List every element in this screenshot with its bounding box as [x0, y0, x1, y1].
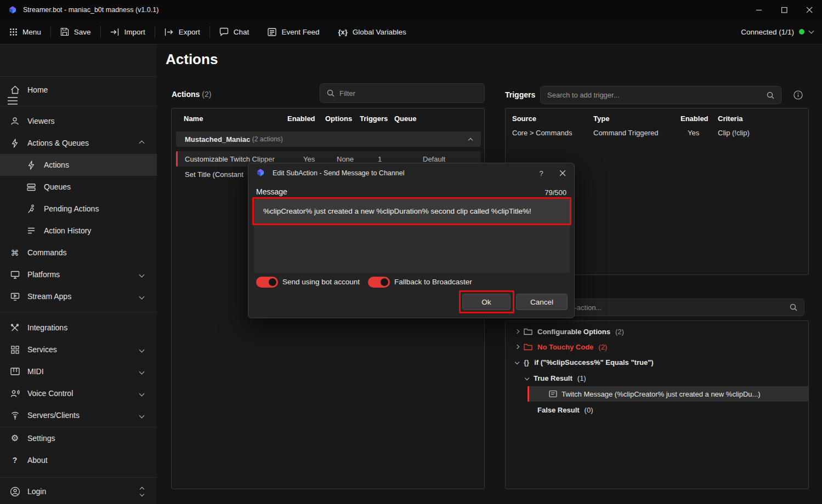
sidebar-item-settings[interactable]: ⚙ Settings [0, 427, 157, 449]
export-button[interactable]: Export [155, 20, 209, 44]
sidebar: Home Viewers Actions & Queues Actions Qu… [0, 44, 157, 504]
event-feed-icon [268, 28, 276, 36]
fallback-toggle[interactable] [368, 277, 390, 288]
tree-item-twitch-message[interactable]: Twitch Message (%clipCreator% just creat… [528, 386, 808, 402]
connection-status[interactable]: Connected (1/1) [741, 28, 822, 36]
chevron-down-icon [809, 28, 814, 34]
column-header-type[interactable]: Type [593, 114, 609, 123]
sidebar-item-actions[interactable]: Actions [0, 154, 157, 176]
column-header-enabled[interactable]: Enabled [287, 114, 315, 123]
trigger-enabled: Yes [688, 129, 699, 137]
tree-label: False Result [537, 406, 580, 414]
menu-button[interactable]: Menu [0, 20, 50, 44]
sidebar-item-stream-apps[interactable]: Stream Apps [0, 285, 157, 307]
cancel-button[interactable]: Cancel [516, 294, 568, 310]
event-feed-button[interactable]: Event Feed [258, 20, 328, 44]
chevron-right-icon[interactable] [515, 329, 519, 334]
chevron-down-icon[interactable] [515, 360, 519, 364]
action-queue: Default [423, 155, 445, 163]
sidebar-item-about[interactable]: ? About [0, 449, 157, 471]
action-options: None [337, 155, 354, 163]
sidebar-label: Actions & Queues [27, 139, 89, 147]
maximize-button[interactable] [772, 0, 797, 20]
ok-button[interactable]: Ok [462, 294, 511, 310]
trigger-search-input[interactable] [547, 91, 762, 99]
streamerbot-logo-icon [8, 5, 17, 14]
chevron-up-icon[interactable] [468, 138, 473, 142]
triggers-section-label: Triggers [505, 90, 535, 99]
sidebar-item-commands[interactable]: ⌘ Commands [0, 242, 157, 264]
filter-input[interactable] [339, 89, 478, 98]
tree-item-configurable-options[interactable]: Configurable Options (2) [508, 324, 806, 339]
lightning-icon [9, 139, 21, 148]
tree-item-if-condition[interactable]: {} if ("%clipSuccess%" Equals "true") [508, 354, 806, 370]
import-label: Import [124, 28, 145, 36]
export-icon [165, 28, 174, 36]
minimize-button[interactable] [746, 0, 772, 20]
chevron-down-icon [139, 294, 145, 299]
sidebar-item-platforms[interactable]: Platforms [0, 264, 157, 285]
column-header-options[interactable]: Options [325, 114, 352, 123]
tree-label: No Touchy Code [537, 343, 593, 351]
column-header-enabled[interactable]: Enabled [681, 114, 708, 123]
sidebar-item-servers-clients[interactable]: Servers/Clients [0, 404, 157, 426]
sidebar-item-action-history[interactable]: Action History [0, 220, 157, 242]
char-counter: 79/500 [545, 188, 566, 197]
chevron-down-icon [139, 391, 145, 396]
column-header-queue[interactable]: Queue [394, 114, 416, 123]
tree-count: (1) [577, 374, 586, 382]
sidebar-item-home[interactable]: Home [0, 79, 157, 101]
chevron-right-icon[interactable] [515, 345, 519, 349]
sidebar-item-pending-actions[interactable]: Pending Actions [0, 198, 157, 220]
column-header-criteria[interactable]: Criteria [718, 114, 743, 123]
tree-item-false-result[interactable]: False Result (0) [508, 402, 806, 417]
message-value[interactable]: %clipCreator% just created a new %clipDu… [254, 199, 570, 224]
column-header-source[interactable]: Source [512, 114, 536, 123]
info-icon[interactable] [793, 90, 803, 100]
help-icon[interactable]: ? [536, 168, 547, 179]
actions-filter-box[interactable] [320, 83, 485, 103]
tree-item-no-touchy-code[interactable]: No Touchy Code (2) [508, 339, 806, 354]
sidebar-item-viewers[interactable]: Viewers [0, 110, 157, 132]
close-icon[interactable] [557, 168, 569, 179]
global-variables-icon: {x} [338, 28, 347, 36]
trigger-search-box[interactable] [540, 86, 781, 104]
tree-label: Configurable Options [537, 328, 610, 336]
viewers-icon [9, 117, 21, 125]
chevron-down-icon[interactable] [525, 376, 529, 380]
monitor-icon [9, 271, 21, 279]
braces-icon: {} [524, 359, 529, 366]
chat-button[interactable]: Chat [210, 20, 259, 44]
sidebar-item-actions-queues[interactable]: Actions & Queues [0, 132, 157, 154]
column-header-name[interactable]: Name [184, 114, 203, 123]
toggle-knob [269, 278, 276, 286]
sidebar-label: Home [27, 85, 48, 94]
import-icon [110, 28, 120, 36]
column-header-triggers[interactable]: Triggers [360, 114, 388, 123]
table-row-trigger[interactable]: Core > Commands Command Triggered Yes Cl… [506, 126, 808, 140]
export-label: Export [179, 28, 200, 36]
sidebar-item-midi[interactable]: MIDI [0, 360, 157, 382]
chevron-down-icon [139, 272, 145, 277]
queues-icon [25, 183, 37, 191]
sidebar-item-queues[interactable]: Queues [0, 176, 157, 198]
sidebar-item-voice-control[interactable]: Voice Control [0, 382, 157, 404]
global-variables-button[interactable]: {x} Global Variables [328, 20, 415, 44]
tree-label: True Result [534, 374, 572, 382]
save-label: Save [74, 28, 91, 36]
grid-icon [9, 346, 21, 354]
sidebar-label: Pending Actions [44, 204, 99, 213]
close-button[interactable] [797, 0, 822, 20]
trigger-criteria: Clip (!clip) [718, 129, 750, 137]
save-button[interactable]: Save [51, 20, 100, 44]
action-group-row[interactable]: Mustached_Maniac (2 actions) [176, 131, 481, 147]
bot-account-toggle[interactable] [256, 277, 278, 288]
stream-apps-icon [9, 293, 21, 301]
piano-icon [9, 368, 21, 375]
import-button[interactable]: Import [101, 20, 155, 44]
sidebar-item-integrations[interactable]: Integrations [0, 317, 157, 339]
window-titlebar: Streamer.bot - maniac_b0t madness (v1.0.… [0, 0, 822, 20]
tree-item-true-result[interactable]: True Result (1) [508, 370, 806, 386]
sidebar-item-login[interactable]: Login [0, 480, 157, 502]
sidebar-item-services[interactable]: Services [0, 339, 157, 360]
